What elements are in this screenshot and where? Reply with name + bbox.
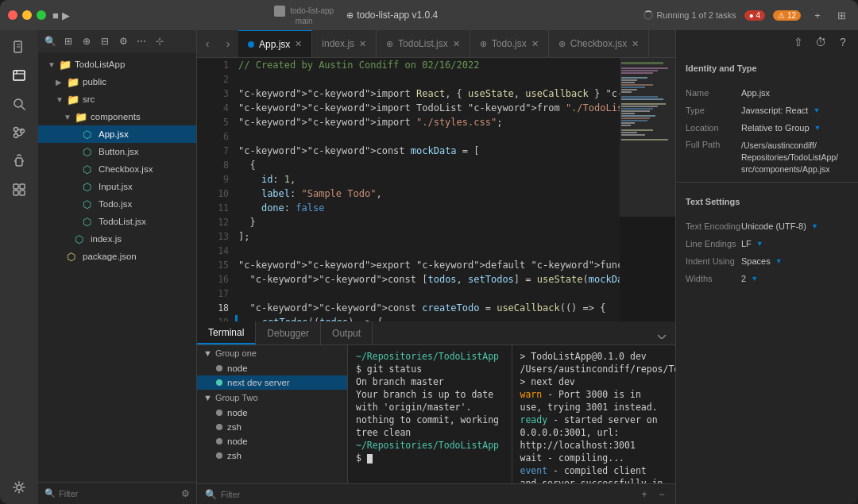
- rp-row-lineendings: Line Endings LF ▼: [676, 235, 858, 252]
- tree-item-app[interactable]: ⬡ App.jsx: [38, 125, 196, 143]
- rp-share-icon[interactable]: ⇧: [790, 33, 807, 51]
- tree-item-button[interactable]: ⬡ Button.jsx: [38, 143, 196, 160]
- panel-tab-terminal[interactable]: Terminal: [197, 321, 256, 344]
- stop-icon[interactable]: ■: [52, 10, 59, 21]
- sidebar-more-icon[interactable]: ⋯: [133, 33, 150, 50]
- tree-item-index[interactable]: ⬡ index.js: [38, 230, 196, 248]
- sidebar-search-icon[interactable]: 🔍: [41, 33, 59, 50]
- terminal-item-node3[interactable]: node: [197, 434, 347, 448]
- tree-item-input[interactable]: ⬡ Input.jsx: [38, 178, 196, 195]
- tab-close-app[interactable]: ✕: [295, 39, 302, 49]
- tree-item-public[interactable]: ▶ 📁 public: [38, 73, 196, 90]
- code-editor[interactable]: 1234567891011121314151617181920212223242…: [197, 58, 675, 321]
- terminal-remove-icon[interactable]: −: [655, 487, 669, 502]
- tree-item-src[interactable]: ▼ 📁 src: [38, 90, 196, 108]
- tab-todolist[interactable]: ⊕ TodoList.jsx ✕: [377, 30, 470, 57]
- sidebar-add-icon[interactable]: ⊕: [78, 33, 95, 50]
- tree-item-todo[interactable]: ⬡ Todo.jsx: [38, 195, 196, 213]
- terminal-filter-input[interactable]: [221, 490, 634, 499]
- tree-label-components: components: [91, 112, 196, 121]
- maximize-button[interactable]: [37, 10, 46, 20]
- terminal-group-one[interactable]: ▼ Group one: [197, 345, 347, 361]
- panel-expand-icon[interactable]: [653, 325, 671, 342]
- tab-bar: ‹ › App.jsx ✕ index.js ✕ ⊕ TodoList.jsx …: [197, 30, 675, 58]
- warning-badge[interactable]: ⚠ 12: [773, 10, 801, 21]
- tree-label-todolistapp: TodoListApp: [75, 60, 196, 69]
- rp-value-lineendings: LF: [741, 239, 752, 248]
- tree-item-components[interactable]: ▼ 📁 components: [38, 108, 196, 125]
- terminal-item-node1[interactable]: node: [197, 361, 347, 375]
- rp-select-indent[interactable]: Spaces ▼: [741, 256, 783, 266]
- rp-select-encoding[interactable]: Unicode (UTF-8) ▼: [741, 221, 818, 231]
- rp-row-widths: Widths 2 ▼: [676, 270, 858, 287]
- error-badge[interactable]: ● 4: [744, 10, 765, 21]
- activity-bar: [0, 30, 38, 504]
- tab-close-index[interactable]: ✕: [359, 39, 366, 49]
- file-icon-js: ⬡: [83, 198, 95, 210]
- tab-checkbox[interactable]: ⊕ Checkbox.jsx ✕: [549, 30, 649, 57]
- tab-close-checkbox[interactable]: ✕: [632, 39, 639, 49]
- center-tab-label: todo-list-app v1.0.4: [357, 10, 438, 21]
- tab-nav-back[interactable]: ‹: [197, 30, 218, 57]
- activity-files[interactable]: [3, 33, 35, 60]
- sidebar-gear-icon[interactable]: ⚙: [114, 33, 132, 50]
- minimap[interactable]: [620, 58, 675, 321]
- terminal-add-icon[interactable]: +: [637, 487, 651, 502]
- terminal-item-zsh2[interactable]: zsh: [197, 448, 347, 463]
- rp-history-icon[interactable]: ⏱: [812, 33, 829, 51]
- line-number-9: 9: [200, 172, 235, 187]
- rp-select-type[interactable]: Javascript: React ▼: [741, 106, 820, 115]
- sidebar-expand-icon[interactable]: ⊹: [151, 33, 168, 50]
- minimize-button[interactable]: [22, 10, 32, 20]
- activity-search[interactable]: [3, 90, 35, 117]
- code-line-7: "c-keyword">"c-keyword">const mockData =…: [235, 144, 620, 158]
- activity-git[interactable]: [3, 119, 35, 146]
- terminal-group-two[interactable]: ▼ Group Two: [197, 390, 347, 406]
- tab-close-todo[interactable]: ✕: [531, 39, 539, 49]
- activity-debug[interactable]: [3, 148, 35, 175]
- tree-item-todolistapp[interactable]: ▼ 📁 TodoListApp: [38, 56, 196, 73]
- play-icon[interactable]: ▶: [62, 10, 70, 21]
- term-line: wait - compiling...: [520, 452, 668, 464]
- activity-settings[interactable]: [3, 474, 35, 501]
- tree-item-checkbox[interactable]: ⬡ Checkbox.jsx: [38, 160, 196, 178]
- plus-icon[interactable]: +: [809, 6, 826, 24]
- close-button[interactable]: [8, 10, 17, 20]
- rp-select-lineendings[interactable]: LF ▼: [741, 239, 763, 248]
- rp-select-widths[interactable]: 2 ▼: [741, 274, 758, 283]
- tree-item-package[interactable]: ⬡ package.json: [38, 248, 196, 265]
- tab-todo[interactable]: ⊕ Todo.jsx ✕: [470, 30, 549, 57]
- terminal-footer: 🔍 + −: [197, 483, 675, 504]
- terminal-item-nextdev[interactable]: next dev server: [197, 375, 347, 390]
- code-content[interactable]: // Created by Austin Condiff on 02/16/20…: [235, 58, 620, 321]
- tab-index[interactable]: index.js ✕: [312, 30, 377, 57]
- activity-extensions[interactable]: [3, 176, 35, 203]
- panel-layout-icon[interactable]: ⊞: [833, 6, 850, 24]
- tab-app[interactable]: App.jsx ✕: [238, 30, 312, 57]
- tree-item-todolist[interactable]: ⬡ TodoList.jsx: [38, 213, 196, 230]
- tab-nav-forward[interactable]: ›: [218, 30, 238, 57]
- code-line-14: [235, 244, 620, 258]
- sidebar-filter-icon[interactable]: ⊟: [96, 33, 114, 50]
- terminal-item-zsh1[interactable]: zsh: [197, 420, 347, 434]
- filter-input[interactable]: [59, 489, 178, 498]
- line-number-1: 1: [200, 58, 235, 72]
- project-name: todo-list-app: [290, 6, 334, 15]
- term-dot-icon: [216, 410, 222, 416]
- panel-tab-debugger[interactable]: Debugger: [256, 321, 321, 344]
- term-line: $ git status: [356, 363, 504, 375]
- tree-label-checkbox: Checkbox.jsx: [99, 164, 196, 174]
- rp-select-location[interactable]: Relative to Group ▼: [741, 123, 821, 133]
- tree-label-todolist: TodoList.jsx: [99, 217, 196, 226]
- rp-help-icon[interactable]: ?: [834, 33, 852, 51]
- tab-close-todolist[interactable]: ✕: [453, 39, 460, 49]
- terminal-pane-1[interactable]: ~/Repositories/TodoListApp $ git status …: [348, 345, 512, 483]
- panel-tab-output[interactable]: Output: [321, 321, 373, 344]
- activity-explorer[interactable]: [3, 62, 35, 89]
- sidebar-layout-icon[interactable]: ⊞: [60, 33, 77, 50]
- terminal-pane-2[interactable]: > TodoListApp@0.1.0 dev /Users/austincon…: [512, 345, 676, 483]
- terminal-item-node2[interactable]: node: [197, 406, 347, 420]
- sidebar-footer: 🔍 ⚙: [38, 482, 196, 504]
- svg-point-10: [14, 134, 18, 138]
- settings-icon[interactable]: ⚙: [181, 488, 190, 499]
